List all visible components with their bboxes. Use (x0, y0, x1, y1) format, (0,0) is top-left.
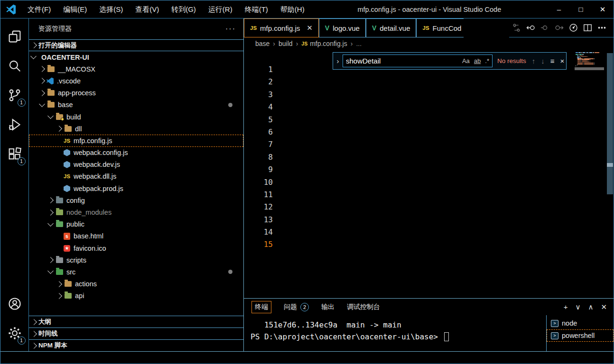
activity-search-icon[interactable] (4, 55, 25, 77)
menu-item[interactable]: 编辑(E) (57, 0, 93, 18)
open-changes-icon[interactable] (509, 21, 523, 35)
close-panel-icon[interactable]: ✕ (601, 303, 607, 311)
tree-item[interactable]: webpack.prod.js (29, 182, 243, 194)
more-actions-icon[interactable] (595, 21, 609, 35)
find-next-icon[interactable]: ↓ (541, 57, 545, 65)
minimap[interactable] (576, 52, 606, 68)
find-in-selection-icon[interactable]: ≡ (550, 57, 555, 65)
tree-item[interactable]: 5base.html (29, 230, 243, 242)
breadcrumb-item[interactable]: base (255, 40, 270, 47)
tree-item[interactable]: base (29, 99, 243, 111)
find-expand-icon[interactable]: › (333, 57, 343, 65)
tree-item[interactable]: webpack.config.js (29, 147, 243, 159)
code-line[interactable]: 7 (244, 138, 285, 151)
tab-detail.vue[interactable]: Vdetail.vue (366, 18, 417, 37)
find-input[interactable] (346, 57, 441, 65)
activity-run-debug-icon[interactable] (4, 113, 25, 136)
new-terminal-icon[interactable]: + (564, 303, 568, 311)
tree-item[interactable]: ★favicon.ico (29, 242, 243, 254)
tree-item[interactable]: src (29, 266, 243, 278)
terminal-instance-node[interactable]: >node (547, 317, 614, 329)
breadcrumb-item[interactable]: ... (356, 40, 362, 47)
panel-tab-调试控制台[interactable]: 调试控制台 (347, 303, 380, 311)
menu-item[interactable]: 转到(G) (165, 0, 202, 18)
tree-item[interactable]: dll (29, 123, 243, 135)
tree-item[interactable]: public (29, 218, 243, 230)
menu-item[interactable]: 选择(S) (93, 0, 129, 18)
code-line[interactable]: 14 (244, 226, 285, 238)
code-line[interactable]: 1 (244, 64, 285, 76)
maximize-panel-icon[interactable]: ∧ (588, 303, 593, 311)
code-line[interactable]: 8 (244, 151, 285, 164)
breadcrumb[interactable]: base›build›JSmfp.config.js›... (244, 37, 614, 50)
tree-item[interactable]: scripts (29, 254, 243, 266)
split-editor-icon[interactable] (580, 21, 595, 35)
close-button[interactable]: ✕ (592, 0, 614, 18)
tree-root[interactable]: OACENTER-UI (29, 51, 243, 63)
menu-item[interactable]: 查看(V) (129, 0, 165, 18)
code-editor[interactable]: 123456789101112131415 › Aa ab .* (244, 50, 614, 298)
breadcrumb-item[interactable]: JSmfp.config.js (301, 40, 347, 47)
minimap-slider[interactable] (575, 67, 604, 70)
regex-icon[interactable]: .* (485, 57, 489, 64)
navigate-back-icon[interactable] (523, 21, 538, 35)
panel-tab-问题[interactable]: 问题2 (284, 303, 309, 311)
code-line[interactable]: 4 (244, 101, 285, 113)
code-line[interactable]: 13 (244, 214, 285, 226)
tree-item[interactable]: __MACOSX (29, 63, 243, 75)
tree-item[interactable]: JSwebpack.dll.js (29, 171, 243, 182)
sidebar-more-icon[interactable]: ··· (225, 25, 236, 33)
panel-tab-输出[interactable]: 输出 (321, 303, 335, 311)
code-line[interactable]: 12 (244, 201, 285, 213)
whole-word-icon[interactable]: ab (474, 57, 481, 64)
tree-item[interactable]: JSmfp.config.js (29, 135, 243, 146)
panel-tab-终端[interactable]: 终端 (251, 301, 271, 313)
tree-item[interactable]: api (29, 290, 243, 302)
sidebar-section-大纲[interactable]: 大纲 (29, 316, 243, 328)
code-line[interactable]: 6 (244, 126, 285, 138)
activity-extensions-icon[interactable]: 1 (4, 143, 25, 165)
find-previous-icon[interactable]: ↑ (532, 57, 536, 65)
menu-item[interactable]: 终端(T) (239, 0, 274, 18)
tree-item[interactable]: build (29, 111, 243, 123)
code-line[interactable]: 11 (244, 189, 285, 201)
navigate-mid-icon[interactable] (538, 21, 552, 35)
activity-source-control-icon[interactable]: 1 (4, 84, 25, 107)
menu-item[interactable]: 运行(R) (202, 0, 239, 18)
tree-item[interactable]: config (29, 194, 243, 206)
code-line[interactable]: 3 (244, 89, 285, 101)
code-line[interactable]: 15 (244, 238, 285, 251)
tab-close-icon[interactable]: ✕ (307, 24, 313, 32)
activity-settings-icon[interactable]: 1 (4, 322, 25, 345)
match-case-icon[interactable]: Aa (462, 57, 470, 64)
sidebar-section-NPM 脚本[interactable]: NPM 脚本 (29, 339, 243, 351)
sidebar-section-时间线[interactable]: 时间线 (29, 328, 243, 339)
tree-item[interactable]: app-process (29, 87, 243, 99)
run-file-icon[interactable] (566, 21, 580, 35)
minimize-button[interactable]: – (548, 0, 570, 18)
terminal-output[interactable]: 151e7d6..134ec9a main -> mainPS D:\aproj… (244, 315, 546, 352)
maximize-button[interactable]: □ (570, 0, 592, 18)
tree-item[interactable]: actions (29, 278, 243, 290)
code-line[interactable]: 5 (244, 114, 285, 126)
code-line[interactable]: 9 (244, 164, 285, 176)
tab-FuncCod[interactable]: JSFuncCod (416, 18, 464, 37)
activity-account-icon[interactable] (4, 292, 25, 315)
activity-explorer-icon[interactable] (4, 25, 25, 48)
terminal-dropdown-icon[interactable]: ∨ (575, 303, 580, 311)
tree-item[interactable]: node_modules (29, 206, 243, 218)
tree-item[interactable]: .vscode (29, 75, 243, 87)
tab-mfp.config.js[interactable]: JSmfp.config.js✕ (244, 18, 319, 37)
menu-item[interactable]: 帮助(H) (274, 0, 311, 18)
terminal-instance-powershell[interactable]: >powershell (547, 329, 614, 342)
code-line[interactable]: 2 (244, 76, 285, 88)
open-editors-section[interactable]: 打开的编辑器 (29, 39, 243, 51)
breadcrumb-item[interactable]: build (279, 40, 293, 47)
tab-logo.vue[interactable]: Vlogo.vue (319, 18, 366, 37)
menu-item[interactable]: 文件(F) (21, 0, 57, 18)
find-close-icon[interactable]: × (560, 57, 565, 65)
vertical-scrollbar[interactable] (607, 53, 613, 194)
navigate-forward-icon[interactable] (552, 21, 566, 35)
tree-item[interactable]: webpack.dev.js (29, 159, 243, 171)
code-line[interactable]: 10 (244, 176, 285, 189)
